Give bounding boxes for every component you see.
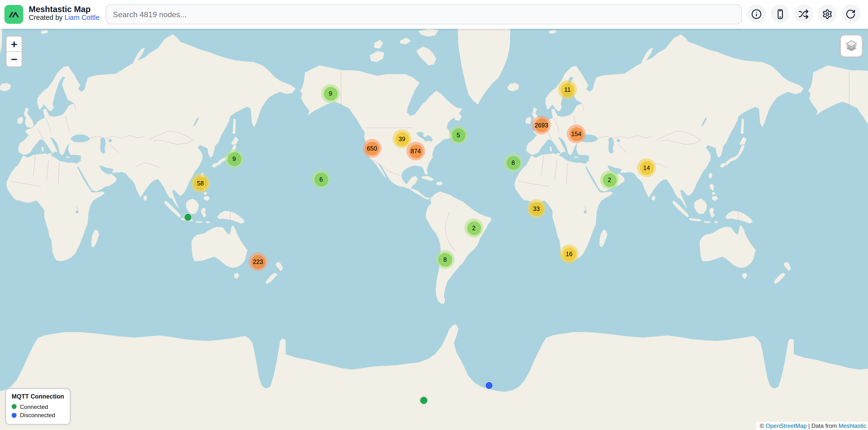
mobile-app-button[interactable] (771, 4, 789, 23)
cluster-count: 874 (409, 144, 423, 158)
legend-title: MQTT Connection (11, 393, 64, 399)
node-cluster[interactable]: 223 (248, 252, 268, 271)
app-header: Meshtastic Map Created by Liam Cottle (0, 0, 868, 29)
info-icon (751, 8, 762, 19)
refresh-icon (845, 8, 856, 19)
zoom-control: + − (6, 35, 23, 68)
layers-icon (843, 37, 860, 54)
cluster-count: 2 (467, 221, 481, 235)
copyright-text: © (760, 422, 766, 429)
refresh-button[interactable] (841, 4, 860, 23)
shuffle-icon (798, 8, 809, 19)
node-cluster[interactable]: 6 (312, 170, 331, 189)
cluster-count: 154 (569, 127, 583, 141)
search-input[interactable] (106, 4, 742, 24)
cluster-count: 2 (602, 173, 616, 187)
cluster-count: 223 (251, 255, 265, 269)
info-button[interactable] (747, 4, 766, 23)
node-cluster[interactable]: 11 (558, 80, 577, 99)
legend-item-connected: Connected (11, 402, 64, 411)
node-cluster[interactable]: 14 (637, 158, 656, 177)
cluster-count: 2693 (534, 118, 548, 132)
cluster-count: 16 (562, 247, 576, 261)
map-attribution: © OpenStreetMap | Data from Meshtastic (756, 422, 868, 430)
cluster-count: 9 (227, 152, 241, 166)
node-cluster[interactable]: 5 (449, 126, 468, 144)
legend-item-label: Disconnected (20, 412, 55, 418)
cluster-count: 8 (506, 156, 520, 169)
cluster-count: 6 (314, 172, 328, 186)
node-cluster[interactable]: 154 (567, 125, 586, 143)
cluster-count: 8 (438, 253, 452, 266)
node-cluster[interactable]: 16 (560, 244, 579, 263)
cluster-count: 33 (529, 202, 543, 216)
cluster-count: 650 (365, 141, 379, 155)
node-cluster[interactable]: 2693 (532, 116, 551, 135)
legend-item-disconnected: Disconnected (11, 411, 64, 419)
marker-layer: 911269315439565087498142586332223816 (0, 0, 868, 430)
meshtastic-link[interactable]: Meshtastic (838, 422, 866, 429)
smartphone-icon (775, 8, 785, 19)
node-cluster[interactable]: 650 (363, 139, 381, 158)
byline: Created by Liam Cottle (29, 14, 99, 22)
author-link[interactable]: Liam Cottle (65, 14, 100, 22)
cluster-count: 11 (560, 83, 574, 97)
disconnected-dot-icon (11, 413, 17, 418)
cluster-count: 58 (193, 176, 207, 190)
connected-dot-icon (11, 404, 17, 409)
node-cluster[interactable]: 8 (504, 153, 523, 172)
byline-prefix: Created by (29, 14, 65, 22)
osm-link[interactable]: OpenStreetMap (766, 422, 806, 429)
zoom-out-button[interactable]: − (6, 52, 22, 67)
random-node-button[interactable] (794, 4, 813, 23)
node-marker-connected[interactable] (184, 213, 192, 221)
page-title: Meshtastic Map (29, 4, 99, 14)
legend-item-label: Connected (20, 404, 48, 409)
gear-icon (822, 8, 832, 19)
settings-button[interactable] (817, 4, 837, 23)
node-cluster[interactable]: 9 (225, 150, 244, 168)
node-marker-connected[interactable] (420, 396, 428, 405)
attribution-separator: | Data from (807, 422, 839, 429)
node-cluster[interactable]: 2 (465, 219, 484, 237)
node-cluster[interactable]: 58 (191, 174, 210, 193)
node-cluster[interactable]: 9 (321, 84, 340, 103)
node-cluster[interactable]: 33 (527, 199, 546, 218)
cluster-count: 9 (323, 87, 337, 100)
node-cluster[interactable]: 874 (406, 142, 425, 161)
cluster-count: 39 (395, 132, 409, 146)
cluster-count: 14 (640, 161, 653, 174)
meshtastic-logo-icon (4, 5, 23, 24)
layers-control-button[interactable] (840, 34, 863, 58)
cluster-count: 5 (452, 128, 465, 142)
meshtastic-map-app: 911269315439565087498142586332223816 + −… (0, 0, 868, 430)
node-cluster[interactable]: 8 (436, 250, 455, 269)
node-marker-disconnected[interactable] (485, 381, 493, 390)
node-cluster[interactable]: 2 (600, 170, 619, 189)
zoom-in-button[interactable]: + (6, 37, 22, 52)
mqtt-connection-legend: MQTT Connection Connected Disconnected (5, 388, 71, 425)
